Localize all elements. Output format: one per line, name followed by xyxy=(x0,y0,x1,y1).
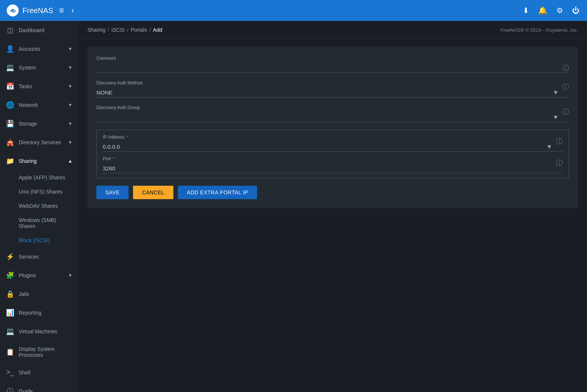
breadcrumb-sep-3: / xyxy=(149,27,151,33)
logo: 🐟 FreeNAS xyxy=(6,4,53,17)
sidebar-item-system-label: System xyxy=(19,65,36,71)
svg-text:🐟: 🐟 xyxy=(10,7,16,14)
sidebar-item-guide[interactable]: ⓘ Guide xyxy=(0,382,78,392)
accounts-arrow: ▼ xyxy=(68,46,72,52)
services-icon: ⚡ xyxy=(6,253,14,261)
sidebar-item-display-system-processes[interactable]: 📋 Display System Processes xyxy=(0,341,78,363)
sidebar-item-services[interactable]: ⚡ Services xyxy=(0,247,78,266)
accounts-icon: 👤 xyxy=(6,45,14,53)
ip-address-box: IP Address * 0.0.0.0 ▼ ⓘ Port * xyxy=(96,130,569,178)
sidebar-item-reporting-label: Reporting xyxy=(19,310,41,316)
breadcrumb-portals[interactable]: Portals xyxy=(131,27,147,33)
sidebar-item-block-iscsi[interactable]: Block (iSCSI) xyxy=(0,233,78,247)
sidebar-item-jails[interactable]: 🔒 Jails xyxy=(0,285,78,303)
comment-group: Comment ⓘ xyxy=(96,56,569,73)
notifications-icon[interactable]: 🔔 xyxy=(537,4,549,16)
sidebar-item-accounts-label: Accounts xyxy=(19,46,40,52)
guide-icon: ⓘ xyxy=(6,387,14,392)
sidebar-item-reporting[interactable]: 📊 Reporting xyxy=(0,303,78,322)
sidebar-item-storage[interactable]: 💾 Storage ▼ xyxy=(0,114,78,133)
ip-address-select[interactable]: 0.0.0.0 xyxy=(103,142,563,152)
sidebar-item-jails-label: Jails xyxy=(19,291,29,297)
port-input[interactable] xyxy=(103,164,563,173)
sidebar-item-dashboard[interactable]: ◫ Dashboard xyxy=(0,21,78,40)
power-icon[interactable]: ⏻ xyxy=(571,5,581,16)
form-button-row: SAVE CANCEL ADD EXTRA PORTAL IP xyxy=(96,186,569,199)
sidebar-item-nfs-shares[interactable]: Unix (NFS) Shares xyxy=(0,185,78,199)
virtual-machines-icon: 💻 xyxy=(6,327,14,336)
breadcrumb-iscsi[interactable]: iSCSI xyxy=(111,27,125,33)
nfs-shares-label: Unix (NFS) Shares xyxy=(19,189,62,195)
back-button[interactable]: ‹ xyxy=(70,4,75,17)
jails-icon: 🔒 xyxy=(6,290,14,298)
discovery-auth-group-wrapper: ▼ ⓘ xyxy=(96,112,569,122)
sidebar-item-shell[interactable]: >_ Shell xyxy=(0,363,78,382)
comment-help-icon[interactable]: ⓘ xyxy=(562,64,569,69)
port-label: Port * xyxy=(103,156,563,161)
menu-toggle-button[interactable]: ≡ xyxy=(58,4,65,17)
port-required: * xyxy=(112,156,115,161)
breadcrumb-sep-1: / xyxy=(108,27,109,33)
discovery-auth-group-select[interactable] xyxy=(96,112,569,122)
tasks-icon: 📅 xyxy=(6,82,14,90)
reporting-icon: 📊 xyxy=(6,309,14,317)
sidebar-item-dashboard-label: Dashboard xyxy=(19,27,44,33)
sidebar-item-webdav-shares[interactable]: WebDAV Shares xyxy=(0,199,78,213)
afp-shares-label: Apple (AFP) Shares xyxy=(19,175,65,180)
tasks-arrow: ▼ xyxy=(68,84,72,89)
sidebar-item-system[interactable]: 💻 System ▼ xyxy=(0,58,78,77)
settings-icon[interactable]: ⚙ xyxy=(555,4,565,16)
sharing-arrow: ▲ xyxy=(68,158,72,164)
sidebar-item-accounts[interactable]: 👤 Accounts ▼ xyxy=(0,40,78,58)
sidebar-item-guide-label: Guide xyxy=(19,388,33,392)
plugins-icon: 🧩 xyxy=(6,271,14,280)
port-group: Port * ⓘ xyxy=(103,156,563,173)
sidebar-item-afp-shares[interactable]: Apple (AFP) Shares xyxy=(0,170,78,185)
add-extra-portal-ip-button[interactable]: ADD EXTRA PORTAL IP xyxy=(178,186,257,199)
discovery-auth-group-help-icon[interactable]: ⓘ xyxy=(562,107,569,116)
ip-address-help-icon[interactable]: ⓘ xyxy=(556,137,563,146)
sidebar-item-directory-services[interactable]: 🎪 Directory Services ▼ xyxy=(0,133,78,152)
display-system-processes-icon: 📋 xyxy=(6,348,14,356)
version-text: FreeNAS® © 2019 - iXsystems, Inc. xyxy=(500,27,578,33)
sidebar-item-storage-label: Storage xyxy=(19,121,37,127)
sidebar-item-virtual-machines[interactable]: 💻 Virtual Machines xyxy=(0,322,78,341)
topbar-right: ⬇ 🔔 ⚙ ⏻ xyxy=(521,4,581,16)
discovery-auth-method-group: Discovery Auth Method NONE CHAP Mutual C… xyxy=(96,80,569,98)
sidebar-item-network-label: Network xyxy=(19,102,38,108)
plugins-arrow: ▼ xyxy=(68,273,72,278)
ip-address-label: IP Address * xyxy=(103,135,563,140)
ip-address-wrapper: 0.0.0.0 ▼ ⓘ xyxy=(103,142,563,152)
smb-shares-label: Windows (SMB) Shares xyxy=(19,217,72,229)
discovery-auth-method-help-icon[interactable]: ⓘ xyxy=(562,83,569,92)
discovery-auth-group-group: Discovery Auth Group ▼ ⓘ xyxy=(96,105,569,122)
directory-services-icon: 🎪 xyxy=(6,138,14,146)
sidebar-item-plugins[interactable]: 🧩 Plugins ▼ xyxy=(0,266,78,285)
save-button[interactable]: SAVE xyxy=(96,186,129,199)
webdav-shares-label: WebDAV Shares xyxy=(19,203,58,209)
sidebar-item-sharing[interactable]: 📁 Sharing ▲ xyxy=(0,152,78,170)
discovery-auth-method-label: Discovery Auth Method xyxy=(96,80,569,86)
discovery-auth-method-wrapper: NONE CHAP Mutual CHAP ▼ ⓘ xyxy=(96,88,569,98)
discovery-auth-method-select[interactable]: NONE CHAP Mutual CHAP xyxy=(96,88,569,98)
system-arrow: ▼ xyxy=(68,65,72,70)
sidebar-item-smb-shares[interactable]: Windows (SMB) Shares xyxy=(0,213,78,233)
topbar: 🐟 FreeNAS ≡ ‹ ⬇ 🔔 ⚙ ⏻ xyxy=(0,0,587,21)
sidebar-item-tasks-label: Tasks xyxy=(19,83,32,89)
cancel-button[interactable]: CANCEL xyxy=(133,186,173,199)
breadcrumb-sharing[interactable]: Sharing xyxy=(87,27,105,33)
network-arrow: ▼ xyxy=(68,102,72,108)
sidebar-item-tasks[interactable]: 📅 Tasks ▼ xyxy=(0,77,78,96)
sidebar-item-display-system-processes-label: Display System Processes xyxy=(19,346,72,358)
download-icon[interactable]: ⬇ xyxy=(521,4,531,16)
dashboard-icon: ◫ xyxy=(6,26,14,34)
breadcrumb-sep-2: / xyxy=(127,27,129,33)
comment-label: Comment xyxy=(96,56,569,61)
discovery-auth-group-label: Discovery Auth Group xyxy=(96,105,569,110)
sidebar-item-network[interactable]: 🌐 Network ▼ xyxy=(0,96,78,114)
storage-icon: 💾 xyxy=(6,120,14,128)
directory-services-arrow: ▼ xyxy=(68,140,72,145)
comment-input[interactable] xyxy=(96,63,569,73)
port-help-icon[interactable]: ⓘ xyxy=(556,158,563,167)
breadcrumb: Sharing / iSCSI / Portals / Add xyxy=(87,27,162,33)
